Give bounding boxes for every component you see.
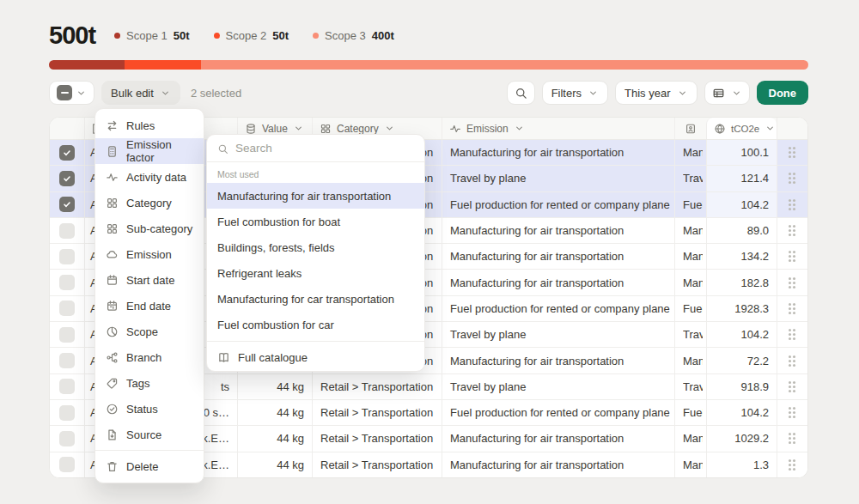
row-tco2e-cell[interactable]: 1928.3 bbox=[706, 296, 777, 321]
row-checkbox[interactable] bbox=[59, 223, 75, 239]
kebab-menu-icon[interactable] bbox=[789, 303, 791, 306]
ef-full-catalogue[interactable]: Full catalogue bbox=[207, 345, 424, 371]
search-button[interactable] bbox=[507, 81, 535, 105]
row-checkbox[interactable] bbox=[59, 431, 75, 446]
row-tco2e-cell[interactable]: 1.3 bbox=[706, 452, 777, 477]
menu-item[interactable]: Rules bbox=[95, 112, 204, 138]
row-tco2e-cell[interactable]: 121.4 bbox=[706, 166, 777, 191]
row-owner-cell[interactable]: Manufacturing for air transportation bbox=[674, 426, 706, 451]
row-owner-cell[interactable]: Manufacturing for air transportation bbox=[674, 140, 706, 165]
kebab-menu-icon[interactable] bbox=[789, 251, 791, 253]
chevron-down-icon[interactable] bbox=[76, 88, 87, 99]
row-owner-cell[interactable]: Fuel production for rented or company pl… bbox=[674, 192, 706, 217]
menu-item[interactable]: Tags bbox=[95, 370, 204, 396]
row-owner-cell[interactable]: Manufacturing for air transportation bbox=[674, 348, 706, 373]
row-emission-cell[interactable]: Manufacturing for air transportation bbox=[442, 348, 674, 373]
row-owner-cell[interactable]: Travel by plane bbox=[674, 166, 706, 191]
menu-item[interactable]: Status bbox=[95, 396, 204, 422]
menu-item[interactable]: Sub-category bbox=[95, 216, 204, 241]
row-owner-cell[interactable]: Manufacturing for air transportation bbox=[674, 244, 706, 269]
ef-search-input[interactable] bbox=[235, 142, 414, 155]
row-tco2e-cell[interactable]: 1029.2 bbox=[706, 426, 777, 451]
row-emission-cell[interactable]: Manufacturing for air transportation bbox=[442, 140, 674, 165]
filters-button[interactable]: Filters bbox=[542, 81, 608, 105]
row-owner-cell[interactable]: Travel by plane bbox=[674, 374, 706, 399]
ef-item[interactable]: Manufacturing for air transportation bbox=[207, 183, 424, 209]
menu-item[interactable]: Emission factor bbox=[95, 138, 204, 164]
ef-item[interactable]: Fuel combustion for car bbox=[207, 312, 424, 337]
kebab-menu-icon[interactable] bbox=[789, 173, 791, 175]
row-emission-cell[interactable]: Manufacturing for air transportation bbox=[442, 452, 674, 477]
row-tco2e-cell[interactable]: 104.2 bbox=[706, 400, 777, 425]
row-checkbox[interactable] bbox=[59, 405, 75, 421]
ef-item[interactable]: Buildings, forests, fields bbox=[207, 234, 424, 260]
menu-item[interactable]: Start date bbox=[95, 267, 204, 293]
row-emission-cell[interactable]: Travel by plane bbox=[442, 374, 674, 399]
done-button[interactable]: Done bbox=[757, 81, 809, 105]
row-category-cell[interactable]: Retail > Transportation bbox=[312, 374, 442, 399]
ef-item[interactable]: Fuel combustion for boat bbox=[207, 209, 424, 234]
row-owner-cell[interactable]: Manufacturing for air transportation bbox=[674, 452, 706, 477]
row-tco2e-cell[interactable]: 104.2 bbox=[706, 322, 777, 347]
row-emission-cell[interactable]: Manufacturing for air transportation bbox=[442, 426, 674, 451]
kebab-menu-icon[interactable] bbox=[789, 277, 791, 280]
select-all-control[interactable] bbox=[49, 81, 94, 105]
row-tco2e-cell[interactable]: 918.9 bbox=[706, 374, 777, 399]
row-tco2e-cell[interactable]: 134.2 bbox=[706, 244, 777, 269]
kebab-menu-icon[interactable] bbox=[789, 147, 791, 149]
kebab-menu-icon[interactable] bbox=[789, 407, 791, 410]
row-emission-cell[interactable]: Fuel production for rented or company pl… bbox=[442, 400, 674, 425]
menu-item[interactable]: Scope bbox=[95, 319, 204, 344]
row-checkbox[interactable] bbox=[59, 145, 75, 161]
row-owner-cell[interactable]: Travel by plane bbox=[674, 322, 706, 347]
row-emission-cell[interactable]: Travel by plane bbox=[442, 322, 674, 347]
row-checkbox[interactable] bbox=[59, 171, 75, 186]
menu-item[interactable]: Emission bbox=[95, 241, 204, 267]
header-emission-cell[interactable]: Emission bbox=[442, 118, 674, 139]
row-checkbox[interactable] bbox=[59, 275, 75, 290]
row-emission-cell[interactable]: Fuel production for rented or company pl… bbox=[442, 296, 674, 321]
kebab-menu-icon[interactable] bbox=[789, 225, 791, 228]
kebab-menu-icon[interactable] bbox=[789, 381, 791, 384]
menu-item[interactable]: Delete bbox=[95, 453, 204, 479]
row-value-cell[interactable]: 44 kg bbox=[237, 452, 312, 477]
row-tco2e-cell[interactable]: 182.8 bbox=[706, 270, 777, 295]
row-checkbox[interactable] bbox=[59, 379, 75, 394]
menu-item[interactable]: Activity data bbox=[95, 164, 204, 190]
ef-item[interactable]: Refrigerant leaks bbox=[207, 260, 424, 286]
menu-item[interactable]: Category bbox=[95, 190, 204, 216]
row-owner-cell[interactable]: Manufacturing for air transportation bbox=[674, 270, 706, 295]
row-value-cell[interactable]: 44 kg bbox=[237, 374, 312, 399]
row-owner-cell[interactable]: Fuel production for rented or company pl… bbox=[674, 400, 706, 425]
menu-item[interactable]: Branch bbox=[95, 344, 204, 370]
kebab-menu-icon[interactable] bbox=[789, 329, 791, 331]
row-tco2e-cell[interactable]: 89.0 bbox=[706, 218, 777, 243]
row-checkbox[interactable] bbox=[59, 327, 75, 343]
kebab-menu-icon[interactable] bbox=[789, 199, 791, 202]
row-checkbox[interactable] bbox=[59, 353, 75, 368]
select-all-checkbox[interactable] bbox=[57, 85, 72, 100]
kebab-menu-icon[interactable] bbox=[789, 433, 791, 435]
row-category-cell[interactable]: Retail > Transportation bbox=[312, 400, 442, 425]
row-checkbox[interactable] bbox=[59, 249, 75, 264]
period-button[interactable]: This year bbox=[615, 81, 697, 105]
row-checkbox[interactable] bbox=[59, 457, 75, 472]
header-tco2e-cell[interactable]: tCO2e bbox=[706, 118, 777, 139]
row-checkbox[interactable] bbox=[59, 197, 75, 212]
menu-item[interactable]: Source bbox=[95, 422, 204, 447]
row-tco2e-cell[interactable]: 104.2 bbox=[706, 192, 777, 217]
row-category-cell[interactable]: Retail > Transportation bbox=[312, 452, 442, 477]
row-emission-cell[interactable]: Manufacturing for air transportation bbox=[442, 218, 674, 243]
row-owner-cell[interactable]: Fuel production for rented or company pl… bbox=[674, 296, 706, 321]
bulk-edit-button[interactable]: Bulk edit bbox=[101, 81, 180, 105]
ef-item[interactable]: Manufacturing for car transportation bbox=[207, 286, 424, 312]
row-tco2e-cell[interactable]: 100.1 bbox=[706, 140, 777, 165]
header-owner-cell[interactable] bbox=[674, 118, 706, 139]
row-owner-cell[interactable]: Manufacturing for air transportation bbox=[674, 218, 706, 243]
row-emission-cell[interactable]: Manufacturing for air transportation bbox=[442, 270, 674, 295]
row-category-cell[interactable]: Retail > Transportation bbox=[312, 426, 442, 451]
kebab-menu-icon[interactable] bbox=[789, 459, 791, 462]
row-value-cell[interactable]: 44 kg bbox=[237, 426, 312, 451]
row-emission-cell[interactable]: Travel by plane bbox=[442, 166, 674, 191]
row-emission-cell[interactable]: Manufacturing for air transportation bbox=[442, 244, 674, 269]
